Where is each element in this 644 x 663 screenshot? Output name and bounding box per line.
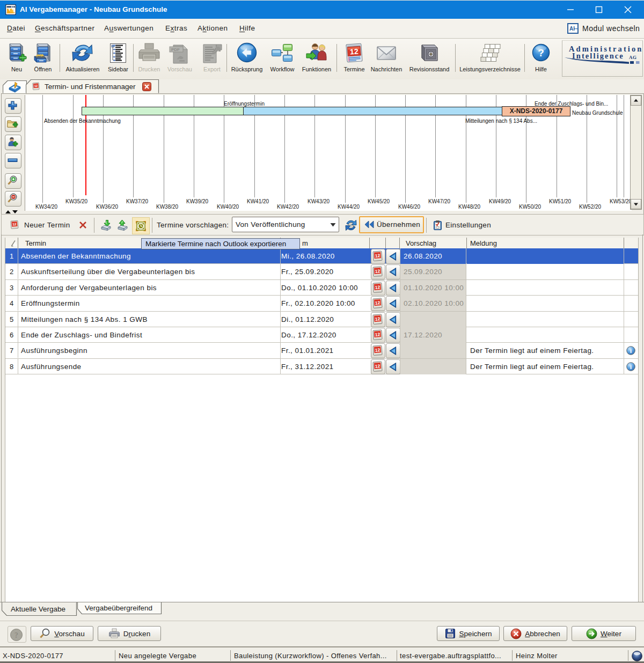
svg-text:PDF: PDF — [171, 47, 180, 52]
svg-text:12: 12 — [375, 348, 380, 353]
svg-text:12: 12 — [12, 222, 17, 226]
svg-text:?: ? — [14, 631, 18, 639]
svg-text:12: 12 — [375, 332, 380, 337]
svg-text:12: 12 — [375, 363, 380, 369]
svg-text:12: 12 — [375, 284, 380, 290]
svg-text:12: 12 — [375, 316, 380, 322]
svg-text:12: 12 — [375, 269, 380, 275]
svg-text:12: 12 — [375, 253, 380, 259]
svg-text:--: -- — [574, 25, 578, 31]
svg-text:12: 12 — [349, 47, 358, 56]
svg-text:i: i — [630, 364, 632, 370]
svg-text:12: 12 — [34, 84, 38, 87]
svg-text:12: 12 — [375, 300, 380, 306]
svg-text:i: i — [630, 348, 632, 354]
